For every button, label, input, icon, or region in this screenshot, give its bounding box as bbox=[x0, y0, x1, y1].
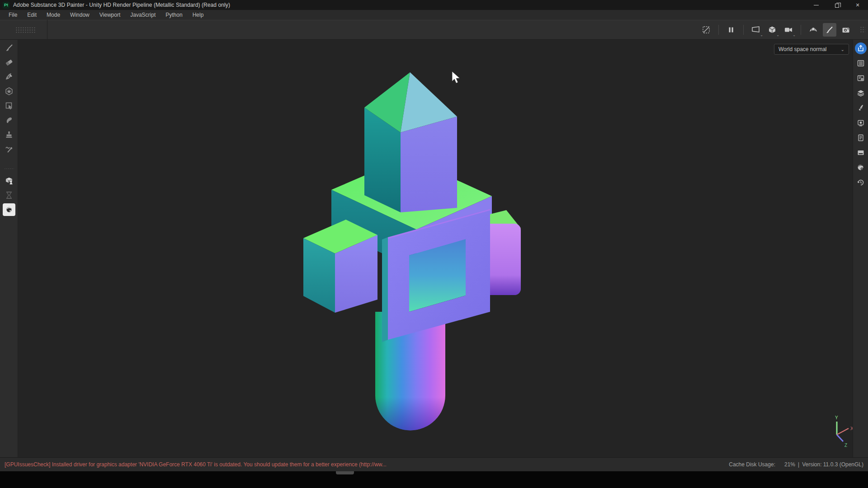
export-share-icon bbox=[857, 45, 864, 52]
cache-disk-usage-value: 21% bbox=[784, 461, 795, 468]
menu-viewport[interactable]: Viewport bbox=[94, 10, 125, 20]
paint-mode-button[interactable] bbox=[823, 23, 836, 37]
menu-javascript[interactable]: JavaScript bbox=[125, 10, 160, 20]
document-icon bbox=[857, 134, 865, 142]
gpu-warning-message[interactable]: [GPUIssuesCheck] Installed driver for gr… bbox=[5, 461, 387, 468]
toolbar-right-group: ⌄ ⌄ ⌄ bbox=[699, 23, 868, 37]
stencil-disabled-icon bbox=[702, 25, 711, 34]
substance-painter-window: Pt Adobe Substance 3D Painter - Unity HD… bbox=[0, 0, 868, 488]
dock-assets-button[interactable] bbox=[855, 102, 867, 114]
toolbar-divider bbox=[47, 20, 47, 40]
main-area: Y X Z World space normal ⌄ bbox=[0, 40, 868, 457]
cache-disk-usage-label: Cache Disk Usage: bbox=[729, 461, 775, 468]
dock-shelf-button[interactable] bbox=[855, 147, 867, 159]
toolbar-grip-handle[interactable] bbox=[15, 27, 36, 33]
list-icon bbox=[857, 59, 865, 67]
3d-model-render: Y X Z bbox=[18, 40, 853, 457]
settings-sliders-icon bbox=[857, 74, 865, 82]
menu-python[interactable]: Python bbox=[160, 10, 187, 20]
eraser-icon bbox=[5, 58, 14, 67]
layers-icon bbox=[857, 89, 865, 97]
dock-display-settings-button[interactable] bbox=[855, 117, 867, 129]
picker-squiggle-icon bbox=[5, 145, 14, 154]
photo-sphere-icon bbox=[5, 205, 14, 214]
chevron-down-icon: ⌄ bbox=[776, 33, 779, 37]
paint-brush-icon bbox=[825, 25, 834, 34]
shader-sphere-icon bbox=[857, 164, 865, 172]
taskbar-handle[interactable] bbox=[336, 471, 354, 474]
minimize-button[interactable] bbox=[806, 0, 826, 10]
chevron-down-icon: ⌄ bbox=[841, 47, 844, 52]
material-mode-button[interactable] bbox=[807, 23, 820, 37]
paint-brush-icon bbox=[5, 43, 14, 52]
shelf-box-icon bbox=[857, 149, 865, 157]
dock-history-button[interactable] bbox=[855, 177, 867, 188]
toolbar-grip-handle-right[interactable] bbox=[860, 26, 865, 33]
square-cursor-icon bbox=[5, 101, 14, 110]
menu-file[interactable]: File bbox=[4, 10, 22, 20]
smudge-icon bbox=[5, 116, 14, 125]
projection-frame-icon bbox=[751, 25, 761, 34]
tool-paint-brush[interactable] bbox=[3, 42, 15, 54]
projection-frame-button[interactable]: ⌄ bbox=[749, 23, 763, 37]
camera-view-button[interactable]: ⌄ bbox=[782, 23, 795, 37]
tool-eraser[interactable] bbox=[3, 56, 15, 69]
restore-icon bbox=[835, 4, 839, 8]
window-title: Adobe Substance 3D Painter - Unity HD Re… bbox=[13, 2, 230, 8]
camera-photo-icon bbox=[841, 25, 850, 34]
dock-layers-button[interactable] bbox=[855, 87, 867, 99]
axis-x-label: X bbox=[850, 426, 853, 431]
axis-gizmo: Y X Z bbox=[835, 415, 853, 448]
menu-help[interactable]: Help bbox=[188, 10, 209, 20]
tool-clone-stamp[interactable] bbox=[3, 128, 15, 141]
channel-selector-value: World space normal bbox=[778, 46, 827, 52]
menu-mode[interactable]: Mode bbox=[42, 10, 65, 20]
resources-character-icon bbox=[4, 176, 14, 186]
window-controls: ✕ bbox=[806, 0, 868, 10]
tool-sphere-plugin[interactable] bbox=[3, 203, 15, 216]
status-right-info: Cache Disk Usage: 21% | Version: 11.0.3 … bbox=[729, 461, 863, 468]
dock-texture-set-settings-button[interactable] bbox=[855, 72, 867, 84]
chevron-down-icon: ⌄ bbox=[793, 33, 796, 37]
dock-shader-settings-button[interactable] bbox=[855, 162, 867, 174]
screenshot-button[interactable] bbox=[839, 23, 853, 37]
title-bar: Pt Adobe Substance 3D Painter - Unity HD… bbox=[0, 0, 868, 10]
tool-hourglass[interactable] bbox=[3, 189, 15, 202]
display-gear-icon bbox=[857, 119, 865, 127]
channel-selector-dropdown[interactable]: World space normal ⌄ bbox=[774, 44, 849, 55]
pen-nib-icon bbox=[5, 72, 14, 81]
hexagon-sphere-icon bbox=[5, 87, 14, 96]
material-croissant-icon bbox=[808, 25, 818, 34]
tool-material-picker[interactable] bbox=[3, 143, 15, 155]
restore-button[interactable] bbox=[826, 0, 847, 10]
tool-resources-updater[interactable] bbox=[3, 174, 15, 187]
tool-smudge[interactable] bbox=[3, 114, 15, 127]
mouse-cursor bbox=[452, 71, 460, 83]
brush-stroke-icon bbox=[857, 104, 865, 112]
bottom-strip bbox=[0, 471, 868, 488]
axis-y-label: Y bbox=[835, 415, 838, 420]
rail-divider bbox=[4, 168, 14, 169]
chevron-down-icon: ⌄ bbox=[760, 33, 763, 37]
tool-projection[interactable] bbox=[3, 70, 15, 83]
tool-polygon-fill[interactable] bbox=[3, 99, 15, 112]
dock-export-button[interactable] bbox=[855, 42, 867, 54]
perspective-cube-button[interactable]: ⌄ bbox=[765, 23, 779, 37]
menu-window[interactable]: Window bbox=[65, 10, 94, 20]
tools-sidebar bbox=[0, 40, 18, 457]
minimize-icon bbox=[814, 5, 819, 5]
dock-texture-set-list-button[interactable] bbox=[855, 57, 867, 69]
menu-edit[interactable]: Edit bbox=[22, 10, 42, 20]
app-logo-icon: Pt bbox=[3, 2, 9, 9]
video-camera-icon bbox=[783, 25, 793, 34]
dock-sidebar bbox=[853, 40, 868, 457]
pause-engine-button[interactable] bbox=[724, 23, 738, 37]
close-button[interactable]: ✕ bbox=[847, 0, 868, 10]
dock-properties-button[interactable] bbox=[855, 132, 867, 144]
version-label: Version: 11.0.3 (OpenGL) bbox=[802, 461, 863, 468]
status-divider: | bbox=[798, 461, 799, 468]
3d-viewport[interactable]: Y X Z World space normal ⌄ bbox=[18, 40, 853, 457]
history-clock-icon bbox=[857, 178, 865, 187]
tool-geometry-fill[interactable] bbox=[3, 85, 15, 98]
stencil-disabled-button[interactable] bbox=[699, 23, 713, 37]
